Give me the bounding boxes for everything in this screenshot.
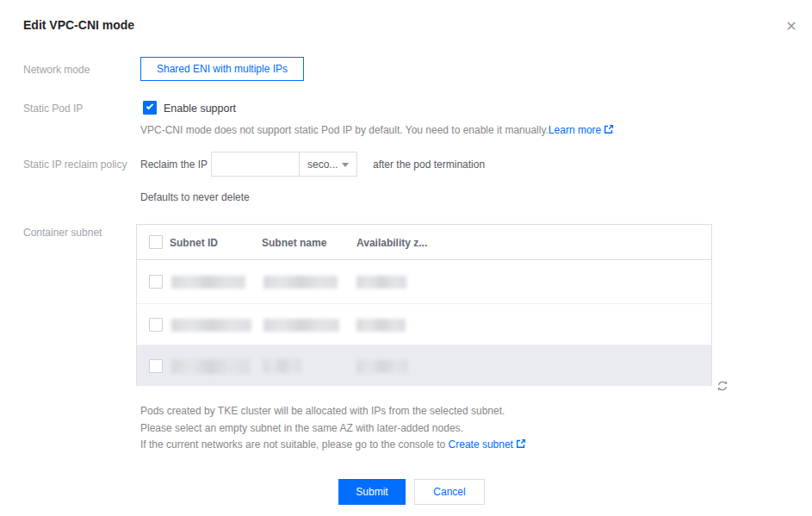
reclaim-seconds-input[interactable] bbox=[211, 152, 300, 177]
col-subnet-id: Subnet ID bbox=[170, 237, 218, 249]
subnet-notes: Pods created by TKE cluster will be allo… bbox=[140, 403, 526, 455]
note-line: Pods created by TKE cluster will be allo… bbox=[140, 403, 526, 420]
time-unit-value: seco... bbox=[307, 159, 338, 171]
check-icon bbox=[146, 103, 153, 109]
enable-support-label: Enable support bbox=[164, 103, 236, 115]
external-link-icon[interactable] bbox=[604, 124, 614, 137]
redacted-subnet-id bbox=[171, 319, 251, 332]
edit-vpc-cni-dialog: Edit VPC-CNI mode ✕ Network mode Shared … bbox=[0, 0, 812, 516]
submit-button[interactable]: Submit bbox=[338, 479, 406, 505]
time-unit-select[interactable]: seco... bbox=[299, 152, 357, 177]
chevron-down-icon bbox=[342, 163, 349, 167]
note-line: If the current networks are not suitable… bbox=[140, 437, 526, 455]
row-checkbox[interactable] bbox=[149, 318, 163, 332]
row-checkbox[interactable] bbox=[149, 275, 163, 289]
col-availability-zone: Availability z... bbox=[356, 237, 427, 249]
description-text: VPC-CNI mode does not support static Pod… bbox=[140, 124, 549, 136]
subnet-row[interactable] bbox=[137, 260, 711, 303]
redacted-subnet-name bbox=[263, 276, 338, 289]
subnet-row[interactable] bbox=[137, 303, 711, 345]
note-line: Please select an empty subnet in the sam… bbox=[140, 420, 526, 438]
reclaim-hint-text: Defaults to never delete bbox=[140, 191, 250, 203]
enable-support-checkbox[interactable] bbox=[143, 101, 157, 115]
select-all-checkbox[interactable] bbox=[149, 235, 163, 249]
note-text: If the current networks are not suitable… bbox=[140, 438, 445, 451]
row-checkbox[interactable] bbox=[149, 359, 163, 373]
reclaim-prefix-text: Reclaim the IP bbox=[140, 159, 208, 171]
redacted-subnet-id bbox=[171, 276, 245, 289]
redacted-subnet-name bbox=[263, 359, 301, 373]
learn-more-link[interactable]: Learn more bbox=[549, 124, 601, 136]
subnet-table-header: Subnet ID Subnet name Availability z... bbox=[137, 225, 711, 260]
redacted-subnet-id bbox=[171, 359, 250, 374]
reclaim-suffix-text: after the pod termination bbox=[373, 159, 485, 171]
subnet-table: Subnet ID Subnet name Availability z... bbox=[136, 224, 712, 386]
reclaim-policy-label: Static IP reclaim policy bbox=[23, 159, 127, 171]
network-mode-button[interactable]: Shared ENI with multiple IPs bbox=[140, 57, 304, 81]
refresh-icon[interactable] bbox=[716, 379, 731, 395]
static-pod-ip-label: Static Pod IP bbox=[23, 103, 83, 115]
external-link-icon[interactable] bbox=[516, 438, 526, 455]
col-subnet-name: Subnet name bbox=[262, 237, 326, 249]
redacted-subnet-name bbox=[263, 319, 339, 332]
static-pod-ip-description: VPC-CNI mode does not support static Pod… bbox=[140, 124, 614, 137]
redacted-availability-zone bbox=[356, 360, 408, 373]
cancel-button[interactable]: Cancel bbox=[414, 479, 485, 505]
redacted-availability-zone bbox=[356, 319, 406, 332]
container-subnet-label: Container subnet bbox=[23, 227, 102, 239]
network-mode-label: Network mode bbox=[23, 64, 90, 76]
dialog-title: Edit VPC-CNI mode bbox=[23, 18, 134, 32]
create-subnet-link[interactable]: Create subnet bbox=[449, 438, 513, 451]
subnet-row-selected[interactable] bbox=[137, 345, 711, 386]
redacted-availability-zone bbox=[356, 276, 406, 289]
close-icon[interactable]: ✕ bbox=[782, 17, 801, 36]
